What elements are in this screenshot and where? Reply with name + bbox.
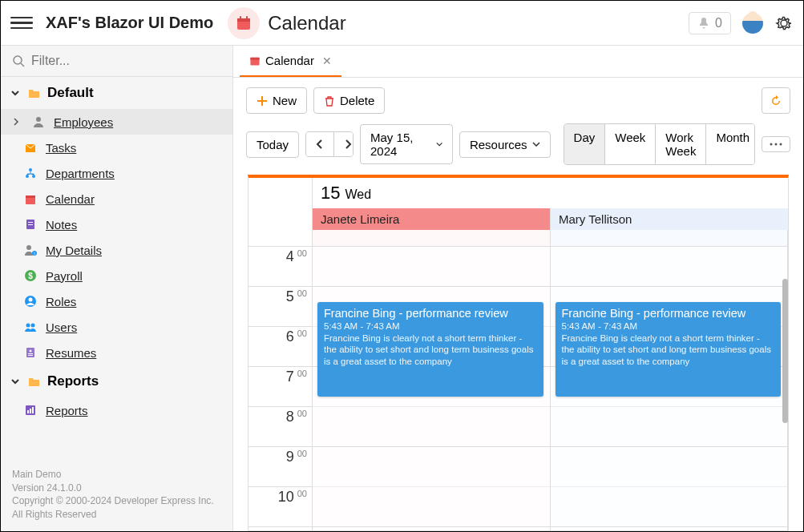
users-icon — [23, 320, 38, 334]
new-button[interactable]: New — [246, 87, 307, 114]
event-title: Francine Bing - performance review — [562, 307, 775, 320]
nav-item-resumes[interactable]: Resumes — [1, 340, 232, 365]
tab-calendar[interactable]: Calendar ✕ — [240, 46, 341, 77]
svg-point-10 — [32, 175, 35, 178]
user-avatar[interactable] — [742, 13, 763, 34]
calendar-event[interactable]: Francine Bing - performance review5:43 A… — [317, 302, 543, 397]
nav-item-label: Departments — [46, 167, 115, 180]
svg-point-26 — [30, 350, 32, 353]
filter-input[interactable] — [31, 54, 221, 68]
nav-group-header[interactable]: Default — [1, 77, 232, 109]
view-month[interactable]: Month — [706, 124, 755, 164]
view-work-week[interactable]: Work Week — [656, 124, 706, 164]
hamburger-menu[interactable] — [10, 12, 33, 34]
ellipsis-icon — [770, 143, 782, 146]
nav-item-label: Employees — [54, 115, 113, 129]
time-label: 500 — [248, 287, 312, 327]
nav-item-label: Roles — [46, 295, 76, 308]
nav-item-departments[interactable]: Departments — [1, 160, 232, 186]
scrollbar[interactable] — [782, 279, 788, 423]
nav-item-reports[interactable]: Reports — [1, 397, 232, 423]
notifications-button[interactable]: 0 — [689, 12, 731, 34]
time-label: 700 — [248, 367, 312, 407]
folder-icon — [26, 86, 41, 100]
nav-item-employees[interactable]: Employees — [1, 109, 232, 135]
svg-rect-25 — [26, 348, 34, 357]
more-button[interactable] — [762, 136, 790, 152]
svg-point-23 — [26, 324, 30, 328]
svg-line-5 — [21, 63, 24, 66]
view-day[interactable]: Day — [564, 124, 606, 164]
resource-header: Janete Limeira — [313, 208, 551, 230]
user-circle-icon — [23, 294, 38, 308]
svg-rect-27 — [28, 353, 33, 354]
tab-bar: Calendar ✕ — [233, 46, 803, 78]
chevron-down-icon — [10, 377, 20, 386]
chevron-right-icon — [344, 139, 352, 150]
svg-rect-1 — [237, 18, 250, 22]
nav-item-label: Notes — [46, 218, 77, 232]
resource-header: Mary Tellitson — [551, 208, 788, 230]
search-icon — [12, 54, 25, 67]
nav-item-users[interactable]: Users — [1, 314, 232, 340]
nav-item-label: Calendar — [46, 192, 95, 206]
calendar-event[interactable]: Francine Bing - performance review5:43 A… — [556, 302, 782, 397]
day-column[interactable]: Francine Bing - performance review5:43 A… — [551, 247, 789, 530]
nav-item-label: Users — [46, 320, 77, 334]
tab-label: Calendar — [265, 54, 314, 67]
next-button[interactable] — [334, 132, 354, 156]
tab-close-button[interactable]: ✕ — [322, 54, 332, 67]
filter-box — [1, 46, 232, 77]
event-time: 5:43 AM - 7:43 AM — [562, 321, 775, 331]
org-icon — [23, 166, 38, 180]
svg-rect-2 — [240, 16, 241, 20]
day-column[interactable]: Francine Bing - performance review5:43 A… — [313, 247, 551, 530]
page-title: Calendar — [268, 12, 345, 34]
time-label: 800 — [248, 407, 312, 447]
event-title: Francine Bing - performance review — [324, 307, 537, 320]
svg-point-16 — [26, 245, 31, 250]
money-icon: $ — [23, 268, 38, 283]
time-label: 900 — [248, 447, 312, 487]
nav-item-payroll[interactable]: $Payroll — [1, 263, 232, 288]
refresh-icon — [770, 95, 782, 107]
plus-icon — [257, 95, 268, 107]
nav-group-header[interactable]: Reports — [1, 365, 232, 397]
svg-text:$: $ — [28, 272, 33, 280]
folder-icon — [26, 374, 41, 389]
time-label: 1000 — [248, 487, 312, 527]
nav-item-calendar[interactable]: Calendar — [1, 186, 232, 212]
date-picker[interactable]: May 15, 2024 — [360, 124, 453, 164]
chevron-right-icon — [12, 118, 20, 126]
view-week[interactable]: Week — [605, 124, 656, 164]
chart-icon — [23, 403, 38, 417]
resume-icon — [23, 345, 38, 360]
settings-button[interactable] — [774, 14, 794, 33]
event-description: Francine Bing is clearly not a short ter… — [324, 332, 537, 367]
svg-rect-15 — [28, 224, 33, 225]
person-info-icon: i — [23, 243, 38, 257]
prev-button[interactable] — [306, 132, 334, 156]
resources-dropdown[interactable]: Resources — [459, 131, 551, 158]
chevron-down-icon — [532, 142, 540, 147]
chevron-left-icon — [316, 139, 324, 150]
svg-rect-30 — [27, 410, 29, 413]
svg-point-24 — [31, 324, 35, 328]
calendar-icon — [249, 55, 261, 66]
day-header: 15 Wed — [313, 178, 788, 208]
refresh-button[interactable] — [762, 87, 790, 114]
today-button[interactable]: Today — [246, 131, 299, 158]
nav-item-tasks[interactable]: Tasks — [1, 135, 232, 160]
inbox-icon — [23, 140, 38, 155]
person-icon — [31, 115, 46, 129]
nav-item-mydetails[interactable]: iMy Details — [1, 237, 232, 263]
delete-button[interactable]: Delete — [313, 87, 385, 114]
trash-icon — [324, 95, 335, 107]
nav-item-roles[interactable]: Roles — [1, 288, 232, 314]
nav-item-notes[interactable]: Notes — [1, 212, 232, 237]
svg-text:i: i — [34, 251, 34, 256]
bell-icon — [697, 17, 710, 30]
nav-item-label: Reports — [46, 404, 88, 417]
event-time: 5:43 AM - 7:43 AM — [324, 321, 537, 331]
app-title: XAF's Blazor UI Demo — [46, 14, 213, 32]
